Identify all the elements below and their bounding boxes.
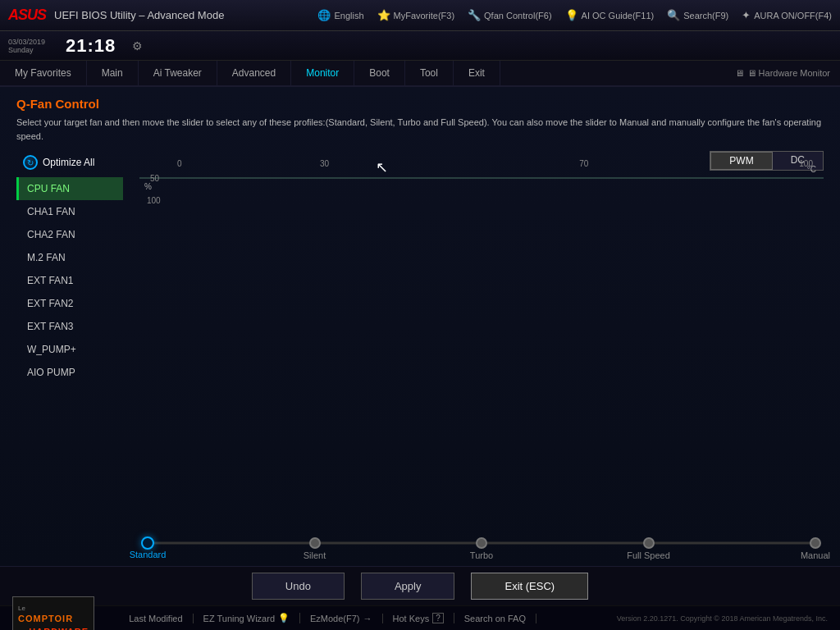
profile-slider-container: Standard Silent Turbo F bbox=[139, 520, 824, 559]
bulb-icon: 💡 bbox=[565, 9, 578, 21]
silent-label: Silent bbox=[304, 550, 326, 560]
fullspeed-dot bbox=[643, 537, 655, 549]
hardware-monitor-link[interactable]: 🖥 🖥 Hardware Monitor bbox=[725, 68, 840, 78]
turbo-label: Turbo bbox=[470, 550, 493, 560]
settings-icon[interactable]: ⚙ bbox=[132, 39, 143, 52]
section-title: Q-Fan Control bbox=[16, 97, 824, 111]
fan-item-ext1[interactable]: EXT FAN1 bbox=[16, 269, 123, 292]
optimize-all-label: Optimize All bbox=[43, 157, 94, 168]
nav-menu: My Favorites Main Ai Tweaker Advanced Mo… bbox=[0, 61, 840, 87]
footer-version: Version 2.20.1271. Copyright © 2018 Amer… bbox=[617, 614, 828, 623]
language-selector[interactable]: 🌐 English bbox=[317, 9, 363, 21]
fan-item-aio[interactable]: AIO PUMP bbox=[16, 361, 123, 384]
monitor-icon: 🖥 bbox=[735, 68, 744, 78]
content-row: ↻ Optimize All CPU FAN CHA1 FAN CHA2 FAN… bbox=[16, 151, 824, 559]
my-favorite-btn[interactable]: ⭐ MyFavorite(F3) bbox=[377, 9, 455, 21]
optimize-icon: ↻ bbox=[27, 158, 34, 167]
qfan-control-btn[interactable]: 🔧 Qfan Control(F6) bbox=[468, 9, 552, 21]
arrow-icon: → bbox=[363, 614, 372, 623]
bios-title: UEFI BIOS Utility – Advanced Mode bbox=[54, 9, 317, 21]
y-tick-100: 100 bbox=[147, 196, 161, 205]
fan-chart[interactable]: % °C 100 50 0 30 70 100 bbox=[139, 177, 824, 179]
bulb-small-icon: 💡 bbox=[278, 613, 290, 623]
undo-button[interactable]: Undo bbox=[252, 573, 345, 600]
slider-point-manual[interactable]: Manual bbox=[810, 537, 821, 549]
footer-logo: Le COMPTOIR du HARDWARE bbox=[12, 608, 94, 629]
y-axis-label: % bbox=[144, 182, 152, 191]
optimize-all-btn[interactable]: ↻ Optimize All bbox=[16, 151, 123, 174]
footer-links: Last Modified EZ Tuning Wizard 💡 EzMode(… bbox=[119, 613, 617, 623]
fullspeed-label: Full Speed bbox=[627, 550, 670, 560]
fan-item-ext2[interactable]: EXT FAN2 bbox=[16, 292, 123, 315]
x-tick-70: 70 bbox=[579, 159, 588, 168]
slider-point-fullspeed[interactable]: Full Speed bbox=[643, 537, 655, 549]
ai-oc-guide-btn[interactable]: 💡 AI OC Guide(F11) bbox=[565, 9, 655, 21]
section-description: Select your target fan and then move the… bbox=[16, 116, 824, 143]
x-tick-100: 100 bbox=[799, 159, 813, 168]
fan-item-cpu[interactable]: CPU FAN bbox=[16, 177, 123, 200]
manual-dot bbox=[810, 537, 821, 549]
top-bar-icons: 🌐 English ⭐ MyFavorite(F3) 🔧 Qfan Contro… bbox=[317, 9, 832, 21]
turbo-dot bbox=[476, 537, 487, 549]
nav-exit[interactable]: Exit bbox=[454, 61, 500, 85]
ezmode-link[interactable]: EzMode(F7) → bbox=[300, 614, 383, 623]
profile-slider[interactable]: Standard Silent Turbo F bbox=[148, 527, 815, 559]
apply-button[interactable]: Apply bbox=[361, 573, 455, 600]
nav-my-favorites[interactable]: My Favorites bbox=[0, 61, 87, 85]
fan-chart-container: % °C 100 50 0 30 70 100 bbox=[139, 177, 824, 514]
search-btn[interactable]: 🔍 Search(F9) bbox=[667, 9, 728, 21]
fan-item-ext3[interactable]: EXT FAN3 bbox=[16, 315, 123, 338]
last-modified-link[interactable]: Last Modified bbox=[119, 614, 193, 623]
slider-point-silent[interactable]: Silent bbox=[309, 537, 321, 549]
time-display: 21:18 bbox=[66, 35, 116, 57]
nav-ai-tweaker[interactable]: Ai Tweaker bbox=[139, 61, 217, 85]
comptoir-logo: Le COMPTOIR du HARDWARE bbox=[12, 596, 94, 631]
nav-boot[interactable]: Boot bbox=[354, 61, 405, 85]
nav-main[interactable]: Main bbox=[87, 61, 139, 85]
star-icon: ⭐ bbox=[377, 9, 390, 21]
fan-item-wpump[interactable]: W_PUMP+ bbox=[16, 338, 123, 361]
fan-item-m2[interactable]: M.2 FAN bbox=[16, 246, 123, 269]
footer: Le COMPTOIR du HARDWARE Last Modified EZ… bbox=[0, 605, 840, 630]
standard-dot bbox=[141, 536, 154, 550]
top-bar: ASUS UEFI BIOS Utility – Advanced Mode 🌐… bbox=[0, 0, 840, 31]
bottom-bar: Undo Apply Exit (ESC) bbox=[0, 566, 840, 605]
fan-list: ↻ Optimize All CPU FAN CHA1 FAN CHA2 FAN… bbox=[16, 151, 123, 559]
exit-button[interactable]: Exit (ESC) bbox=[471, 573, 588, 600]
fan-item-cha1[interactable]: CHA1 FAN bbox=[16, 200, 123, 223]
hot-keys-link[interactable]: Hot Keys ? bbox=[383, 613, 454, 623]
wrench-icon: 🔧 bbox=[468, 9, 481, 21]
asus-logo: ASUS bbox=[8, 7, 46, 24]
pwm-btn[interactable]: PWM bbox=[710, 152, 772, 170]
slider-point-standard[interactable]: Standard bbox=[141, 536, 154, 550]
datetime-bar: 03/03/2019 Sunday 21:18 ⚙ bbox=[0, 31, 840, 61]
standard-label: Standard bbox=[130, 550, 167, 559]
y-tick-50: 50 bbox=[150, 174, 159, 183]
fan-item-cha2[interactable]: CHA2 FAN bbox=[16, 223, 123, 246]
nav-tool[interactable]: Tool bbox=[405, 61, 454, 85]
question-icon: ? bbox=[432, 613, 444, 623]
comptoir-text: COMPTOIR bbox=[18, 614, 89, 623]
search-icon: 🔍 bbox=[667, 9, 680, 21]
manual-label: Manual bbox=[801, 550, 830, 560]
search-faq-link[interactable]: Search on FAQ bbox=[454, 614, 536, 623]
ez-tuning-link[interactable]: EZ Tuning Wizard 💡 bbox=[194, 613, 300, 623]
x-tick-0: 0 bbox=[177, 159, 182, 168]
nav-advanced[interactable]: Advanced bbox=[217, 61, 291, 85]
aura-icon: ✦ bbox=[742, 9, 751, 21]
aura-btn[interactable]: ✦ AURA ON/OFF(F4) bbox=[742, 9, 832, 21]
silent-dot bbox=[309, 537, 321, 549]
nav-monitor[interactable]: Monitor bbox=[291, 61, 354, 85]
x-tick-30: 30 bbox=[320, 159, 329, 168]
slider-point-turbo[interactable]: Turbo bbox=[476, 537, 487, 549]
hardware-text: HARDWARE bbox=[29, 627, 89, 631]
chart-area: PWM DC % °C 100 50 0 30 70 100 bbox=[139, 151, 824, 559]
globe-icon: 🌐 bbox=[317, 9, 331, 21]
date-display: 03/03/2019 Sunday bbox=[8, 38, 45, 54]
main-content: Q-Fan Control Select your target fan and… bbox=[0, 87, 840, 566]
